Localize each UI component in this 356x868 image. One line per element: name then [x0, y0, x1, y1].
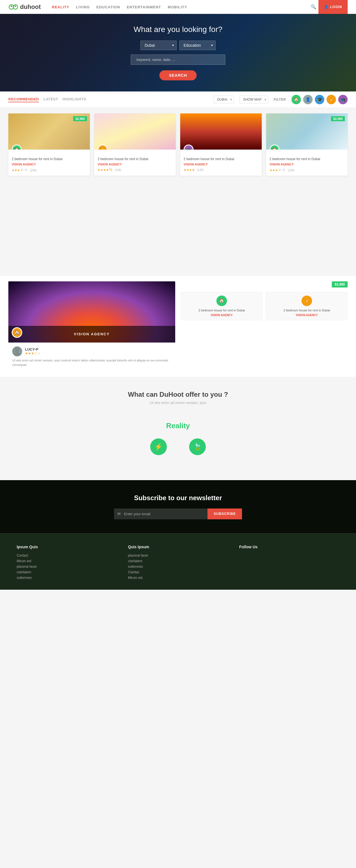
- nav-mobility[interactable]: MOBILITY: [168, 5, 187, 9]
- card-body-1: 2 bedroom house for rent in Dubai VISION…: [8, 150, 90, 176]
- footer-link[interactable]: Claritas: [128, 570, 228, 574]
- map-filter-wrapper: SHOW MAP: [239, 96, 268, 103]
- reality-icons: ⚡ 🍃: [8, 438, 348, 455]
- featured-concert-image: VISION AGENCY: [8, 281, 175, 343]
- logo[interactable]: duhoot: [8, 3, 41, 11]
- nav-entertainment[interactable]: ENTERTAINMENT: [127, 5, 161, 9]
- svg-point-2: [10, 5, 12, 7]
- empty-space: [0, 181, 356, 276]
- search-input[interactable]: [131, 55, 225, 65]
- listing-card[interactable]: $2,980 🏠 2 bedroom house for rent in Dub…: [8, 114, 90, 176]
- search-button[interactable]: SEARCH: [159, 70, 196, 80]
- card-rating-1: ★★★★★ (236): [12, 167, 87, 173]
- listings-section: $2,980 🏠 2 bedroom house for rent in Dub…: [0, 108, 356, 181]
- nav-education[interactable]: EDUCATION: [96, 5, 120, 9]
- svg-point-4: [15, 348, 19, 352]
- nav-living[interactable]: LIVING: [76, 5, 90, 9]
- filter-edu-icon[interactable]: 🎓: [315, 95, 324, 104]
- email-input[interactable]: [114, 508, 207, 519]
- featured-agency-label: VISION AGENCY: [74, 332, 110, 336]
- filter-display-icon[interactable]: 📺: [338, 95, 348, 104]
- filter-label: FILTER: [274, 98, 286, 101]
- filters-bar: RECOMMENDED LATEST HIGHLIGHTS DUBAI SHOW…: [0, 91, 356, 108]
- listing-card[interactable]: 📺 2 bedroom house for rent in Dubai VISI…: [180, 114, 262, 176]
- subscribe-button[interactable]: SUBSCRIBE: [207, 508, 242, 519]
- mini-card-music-icon: ♪: [301, 296, 312, 306]
- card-body-3: 2 bedroom house for rent in Dubai VISION…: [180, 150, 262, 176]
- footer-link[interactable]: placerat facer: [128, 554, 228, 557]
- tab-latest[interactable]: LATEST: [43, 97, 58, 102]
- featured-price-badge: $2,980: [332, 281, 348, 287]
- mini-card-1[interactable]: 🏠 2 bedroom house for rent in Dubai VISI…: [181, 292, 263, 320]
- hero-search-bar: [5, 55, 351, 65]
- location-select[interactable]: Dubai: [141, 40, 177, 50]
- featured-price-top: $2,980: [181, 281, 348, 287]
- reviewer-text: Ut wisi enim ad minim veniam, quis nostr…: [12, 358, 171, 367]
- listing-card[interactable]: $2,980 🏠 2 bedroom house for rent in Dub…: [266, 114, 348, 176]
- mini-card-2[interactable]: ♪ 2 bedroom house for rent in Dubai VISI…: [266, 292, 348, 320]
- filter-user-icon[interactable]: 👤: [303, 95, 313, 104]
- filter-tabs: RECOMMENDED LATEST HIGHLIGHTS: [8, 97, 208, 102]
- newsletter-title: Subscribe to our newsletter: [8, 494, 348, 502]
- mini-card-agency-2[interactable]: VISION AGENCY: [269, 314, 344, 317]
- footer-link[interactable]: soilemnes: [128, 565, 228, 568]
- reviewer-stars: ★★★☆☆: [25, 351, 40, 355]
- hero-filters: Dubai Education: [5, 40, 351, 50]
- login-button[interactable]: 👤 LOGIN: [319, 0, 348, 14]
- footer-link[interactable]: soilemnes: [17, 576, 117, 580]
- tab-recommended[interactable]: RECOMMENDED: [8, 97, 39, 102]
- filter-home-icon[interactable]: 🏠: [292, 95, 301, 104]
- tab-highlights[interactable]: HIGHLIGHTS: [63, 97, 86, 102]
- card-rating-4: ★★★★★ (236): [269, 167, 344, 173]
- footer-link[interactable]: Contact: [17, 554, 117, 557]
- reviewer-info: LUCY-P ★★★☆☆: [25, 347, 40, 355]
- reviewer-name: LUCY-P: [25, 347, 40, 351]
- featured-home-icon: 🏠: [12, 327, 22, 338]
- nav-reality[interactable]: REALITY: [52, 5, 69, 9]
- reality-title: Reality: [8, 422, 348, 430]
- card-agency-2[interactable]: VISION AGENCY: [98, 163, 173, 166]
- category-select-wrapper: Education: [179, 40, 215, 50]
- card-image-1: $2,980 🏠: [8, 114, 90, 150]
- offer-section: What can DuHoot offer to you ? Ut wisi e…: [0, 377, 356, 480]
- footer-link[interactable]: Mirum est: [128, 576, 228, 580]
- card-agency-3[interactable]: VISION AGENCY: [183, 163, 258, 166]
- card-rating-2: ★★★★½ (136): [98, 167, 173, 172]
- svg-point-5: [14, 352, 20, 355]
- card-image-3: 📺: [180, 114, 262, 150]
- search-icon-button[interactable]: 🔍: [308, 2, 319, 12]
- reality-leaf-icon: 🍃: [189, 438, 206, 455]
- footer-link[interactable]: claritatem: [128, 559, 228, 563]
- location-filter-wrapper: DUBAI: [214, 96, 234, 103]
- card-agency-1[interactable]: VISION AGENCY: [12, 163, 87, 166]
- card-title-2: 2 bedroom house for rent in Dubai: [98, 157, 173, 161]
- map-filter-dropdown[interactable]: SHOW MAP: [239, 96, 268, 103]
- category-select[interactable]: Education: [179, 40, 215, 50]
- reviewer-avatar: [12, 346, 22, 356]
- footer-col-3-title: Follow Us: [239, 545, 339, 549]
- email-input-wrapper: ✉: [114, 508, 207, 519]
- svg-point-3: [15, 5, 16, 7]
- filter-music-icon[interactable]: ♪: [327, 95, 336, 104]
- mini-card-agency-1[interactable]: VISION AGENCY: [184, 314, 259, 317]
- card-rating-3: ★★★★ (136): [183, 167, 258, 172]
- card-title-4: 2 bedroom house for rent in Dubai: [269, 157, 344, 161]
- footer-col-2: Quis Ipsum placerat facer claritatem soi…: [128, 545, 228, 581]
- featured-section: VISION AGENCY 🏠 LUCY-P ★★★☆☆: [0, 276, 356, 377]
- logo-text: duhoot: [20, 3, 41, 10]
- listing-card[interactable]: ♪ 2 bedroom house for rent in Dubai VISI…: [94, 114, 176, 176]
- footer-link[interactable]: placerat facer: [17, 565, 117, 568]
- reality-bolt-icon: ⚡: [150, 438, 167, 455]
- featured-right-panel: $2,980 🏠 2 bedroom house for rent in Dub…: [181, 281, 348, 371]
- location-filter-dropdown[interactable]: DUBAI: [214, 96, 234, 103]
- reality-section: Reality ⚡ 🍃: [8, 416, 348, 466]
- mini-cards-grid: 🏠 2 bedroom house for rent in Dubai VISI…: [181, 292, 348, 320]
- footer-link[interactable]: Mirum est: [17, 559, 117, 563]
- footer-grid: Ipsum Quis Contact Mirum est placerat fa…: [17, 545, 339, 581]
- card-body-4: 2 bedroom house for rent in Dubai VISION…: [266, 150, 348, 176]
- card-agency-4[interactable]: VISION AGENCY: [269, 163, 344, 166]
- footer-link[interactable]: claritatem: [17, 570, 117, 574]
- featured-grid: VISION AGENCY 🏠 LUCY-P ★★★☆☆: [8, 281, 348, 371]
- card-image-4: $2,980 🏠: [266, 114, 348, 150]
- card-body-2: 2 bedroom house for rent in Dubai VISION…: [94, 150, 176, 176]
